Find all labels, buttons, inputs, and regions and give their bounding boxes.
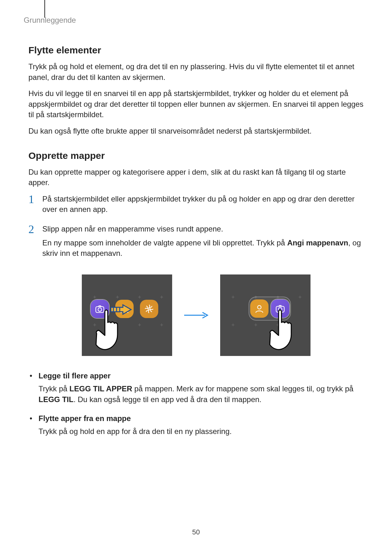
bullet-text: Trykk på LEGG TIL APPER på mappen. Merk … bbox=[39, 383, 364, 405]
step-1: 1 På startskjermbildet eller appskjermbi… bbox=[28, 194, 364, 218]
text: Trykk på bbox=[39, 384, 69, 393]
step-number: 1 bbox=[28, 194, 35, 218]
step-number: 2 bbox=[28, 224, 35, 262]
hand-pointer-icon bbox=[94, 308, 132, 360]
bold-text: Angi mappenavn bbox=[287, 238, 348, 247]
hand-pointer-icon bbox=[268, 308, 306, 360]
bold-text: LEGG TIL APPER bbox=[69, 384, 132, 393]
step-text: På startskjermbildet eller appskjermbild… bbox=[42, 194, 364, 215]
paragraph: Hvis du vil legge til en snarvei til en … bbox=[28, 88, 364, 120]
bullet-text: Trykk på og hold en app for å dra den ti… bbox=[39, 426, 364, 437]
heading-create-folders: Opprette mapper bbox=[28, 150, 364, 161]
step-text: En ny mappe som inneholder de valgte app… bbox=[42, 238, 364, 259]
figure-panel-right: + + + + + + + bbox=[220, 274, 311, 356]
bullet-dot: • bbox=[28, 413, 33, 439]
contacts-app-icon bbox=[250, 299, 268, 318]
step-text: Slipp appen når en mapperamme vises rund… bbox=[42, 224, 364, 234]
bullet-move-apps: • Flytte apper fra en mappe Trykk på og … bbox=[28, 413, 364, 439]
figure-panel-left: + + + + + + + bbox=[82, 274, 172, 356]
text: . Du kan også legge til en app ved å dra… bbox=[74, 395, 262, 404]
text: En ny mappe som inneholder de valgte app… bbox=[42, 238, 287, 247]
svg-point-3 bbox=[148, 308, 150, 310]
step-2: 2 Slipp appen når en mapperamme vises ru… bbox=[28, 224, 364, 262]
bullet-title: Flytte apper fra en mappe bbox=[39, 413, 364, 424]
page-number: 50 bbox=[0, 528, 392, 536]
header-rule bbox=[44, 0, 45, 18]
paragraph: Du kan også flytte ofte brukte apper til… bbox=[28, 126, 364, 136]
bold-text: LEGG TIL bbox=[39, 395, 74, 404]
arrow-right-icon bbox=[184, 311, 209, 319]
svg-point-8 bbox=[257, 305, 261, 309]
paragraph: Du kan opprette mapper og kategorisere a… bbox=[28, 167, 364, 188]
gallery-app-icon bbox=[140, 300, 158, 318]
paragraph: Trykk på og hold et element, og dra det … bbox=[28, 61, 364, 82]
breadcrumb: Grunnleggende bbox=[24, 16, 364, 25]
text: på mappen. Merk av for mappene som skal … bbox=[132, 384, 353, 393]
bullet-title: Legge til flere apper bbox=[39, 370, 364, 381]
bullet-dot: • bbox=[28, 370, 33, 407]
bullet-add-apps: • Legge til flere apper Trykk på LEGG TI… bbox=[28, 370, 364, 407]
heading-move-items: Flytte elementer bbox=[28, 45, 364, 56]
folder-creation-figure: + + + + + + + bbox=[28, 274, 364, 356]
